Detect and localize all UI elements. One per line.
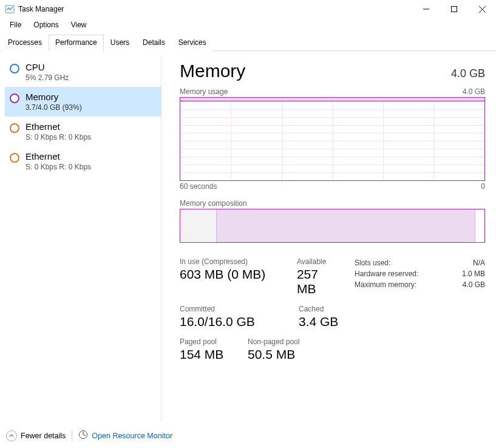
page-title: Memory bbox=[180, 61, 245, 81]
sidebar-label-memory: Memory bbox=[25, 92, 82, 102]
slots-used-value: N/A bbox=[473, 259, 485, 267]
sidebar-item-ethernet-0[interactable]: Ethernet S: 0 Kbps R: 0 Kbps bbox=[5, 117, 161, 146]
titlebar[interactable]: Task Manager bbox=[0, 0, 496, 18]
chevron-up-icon bbox=[6, 430, 17, 441]
comp-seg-in-use bbox=[217, 209, 475, 242]
stat-val-available: 257 MB bbox=[297, 267, 340, 296]
app-icon bbox=[5, 4, 15, 14]
menu-view[interactable]: View bbox=[66, 19, 92, 30]
main-area: CPU 5% 2.79 GHz Memory 3.7/4.0 GB (93%) … bbox=[0, 51, 496, 423]
sidebar-label-eth1: Ethernet bbox=[25, 151, 91, 161]
usage-graph-labels: Memory usage 4.0 GB bbox=[180, 87, 485, 96]
hw-reserved-value: 1.0 MB bbox=[462, 270, 485, 278]
time-left: 60 seconds bbox=[180, 182, 217, 191]
stats-right: Slots used:N/A Hardware reserved:1.0 MB … bbox=[355, 257, 485, 370]
close-button[interactable] bbox=[468, 0, 496, 18]
open-resource-monitor-link[interactable]: Open Resource Monitor bbox=[78, 430, 172, 441]
stat-label-paged: Paged pool bbox=[180, 338, 238, 346]
max-mem-value: 4.0 GB bbox=[463, 280, 485, 289]
footer-divider bbox=[72, 430, 72, 441]
stat-val-paged: 154 MB bbox=[180, 347, 238, 362]
sidebar: CPU 5% 2.79 GHz Memory 3.7/4.0 GB (93%) … bbox=[0, 57, 161, 423]
tab-services[interactable]: Services bbox=[172, 35, 213, 51]
fewer-details-label: Fewer details bbox=[21, 432, 66, 440]
open-resource-monitor-label: Open Resource Monitor bbox=[92, 432, 172, 440]
sidebar-item-ethernet-1[interactable]: Ethernet S: 0 Kbps R: 0 Kbps bbox=[5, 146, 161, 176]
tab-details[interactable]: Details bbox=[136, 35, 172, 51]
cpu-icon bbox=[10, 64, 19, 73]
hw-reserved-label: Hardware reserved: bbox=[355, 270, 418, 278]
stat-val-cached: 3.4 GB bbox=[299, 314, 338, 329]
tabstrip: Processes Performance Users Details Serv… bbox=[0, 34, 496, 51]
stat-label-in-use: In use (Compressed) bbox=[180, 257, 282, 266]
window-title: Task Manager bbox=[18, 5, 64, 13]
stat-val-committed: 16.0/16.0 GB bbox=[180, 314, 284, 329]
sidebar-item-cpu[interactable]: CPU 5% 2.79 GHz bbox=[5, 57, 161, 87]
sidebar-label-eth0: Ethernet bbox=[25, 121, 91, 132]
footer: Fewer details Open Resource Monitor bbox=[0, 423, 496, 448]
tab-performance[interactable]: Performance bbox=[49, 35, 104, 51]
time-right: 0 bbox=[481, 182, 485, 191]
comp-seg-in-use-light bbox=[180, 209, 217, 242]
menubar: File Options View bbox=[0, 18, 496, 33]
composition-label: Memory composition bbox=[180, 199, 485, 208]
minimize-button[interactable] bbox=[412, 0, 440, 18]
window-controls bbox=[412, 0, 496, 18]
stat-val-nonpaged: 50.5 MB bbox=[248, 347, 299, 362]
max-mem-label: Maximum memory: bbox=[355, 280, 416, 289]
usage-label-right: 4.0 GB bbox=[463, 87, 485, 96]
menu-options[interactable]: Options bbox=[29, 19, 63, 30]
resource-monitor-icon bbox=[78, 430, 88, 441]
ethernet-icon bbox=[10, 123, 19, 133]
maximize-button[interactable] bbox=[440, 0, 468, 18]
svg-rect-2 bbox=[452, 7, 457, 12]
stat-label-nonpaged: Non-paged pool bbox=[248, 338, 299, 346]
stats-left: In use (Compressed) 603 MB (0 MB) Availa… bbox=[180, 257, 355, 370]
svg-line-7 bbox=[83, 435, 86, 436]
composition-graph[interactable] bbox=[180, 209, 485, 243]
ethernet-icon bbox=[10, 153, 19, 163]
memory-icon bbox=[10, 93, 19, 103]
menu-file[interactable]: File bbox=[5, 19, 26, 30]
vertical-divider bbox=[161, 57, 161, 423]
content: Memory 4.0 GB Memory usage 4.0 GB 60 sec… bbox=[169, 57, 496, 423]
stat-label-available: Available bbox=[297, 257, 340, 266]
stat-label-committed: Committed bbox=[180, 305, 284, 313]
stat-val-in-use: 603 MB (0 MB) bbox=[180, 267, 282, 282]
tab-processes[interactable]: Processes bbox=[1, 35, 49, 51]
tab-users[interactable]: Users bbox=[104, 35, 136, 51]
total-memory: 4.0 GB bbox=[451, 67, 485, 80]
sidebar-sub-memory: 3.7/4.0 GB (93%) bbox=[25, 103, 82, 112]
sidebar-label-cpu: CPU bbox=[25, 62, 69, 72]
usage-graph[interactable] bbox=[180, 97, 485, 181]
sidebar-sub-eth0: S: 0 Kbps R: 0 Kbps bbox=[25, 133, 91, 141]
sidebar-item-memory[interactable]: Memory 3.7/4.0 GB (93%) bbox=[5, 87, 161, 117]
stats-area: In use (Compressed) 603 MB (0 MB) Availa… bbox=[180, 257, 485, 370]
usage-graph-time: 60 seconds 0 bbox=[180, 182, 485, 191]
slots-used-label: Slots used: bbox=[355, 259, 390, 267]
comp-seg-free bbox=[475, 209, 484, 242]
stat-label-cached: Cached bbox=[299, 305, 338, 313]
fewer-details-button[interactable]: Fewer details bbox=[6, 430, 66, 441]
usage-graph-grid bbox=[180, 101, 484, 180]
sidebar-sub-cpu: 5% 2.79 GHz bbox=[25, 73, 69, 82]
usage-label-left: Memory usage bbox=[180, 87, 228, 96]
sidebar-sub-eth1: S: 0 Kbps R: 0 Kbps bbox=[25, 163, 91, 171]
content-header: Memory 4.0 GB bbox=[180, 61, 485, 81]
